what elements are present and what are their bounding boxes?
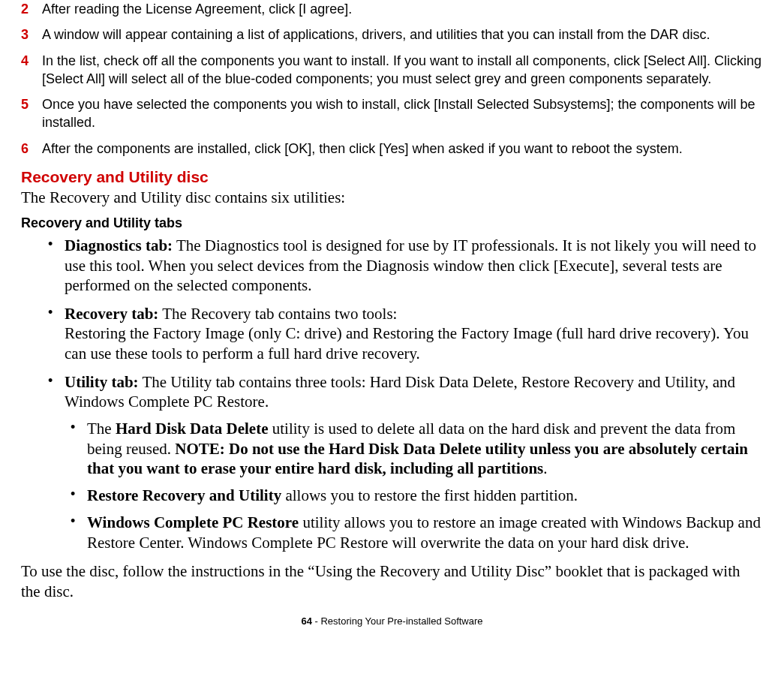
page-number: 64 xyxy=(301,615,311,627)
sub1-pre: The xyxy=(87,420,116,438)
numbered-step: 2 After reading the License Agreement, c… xyxy=(21,0,763,18)
sub2-text: allows you to restore the first hidden p… xyxy=(281,486,578,504)
utility-sublist: The Hard Disk Data Delete utility is use… xyxy=(65,419,763,552)
numbered-step: 3 A window will appear containing a list… xyxy=(21,26,763,44)
footer-title: - Restoring Your Pre-installed Software xyxy=(312,615,483,627)
page-footer: 64 - Restoring Your Pre-installed Softwa… xyxy=(21,615,763,634)
step-number: 4 xyxy=(21,52,42,89)
step-number: 6 xyxy=(21,140,42,158)
sub1-bold1: Hard Disk Data Delete xyxy=(116,420,269,438)
tabs-heading: Recovery and Utility tabs xyxy=(21,215,763,231)
step-text: After the components are installed, clic… xyxy=(42,140,763,158)
sub2-bold: Restore Recovery and Utility xyxy=(87,486,281,504)
closing-paragraph: To use the disc, follow the instructions… xyxy=(21,561,763,603)
step-text: Once you have selected the components yo… xyxy=(42,95,763,132)
recovery-label: Recovery tab: xyxy=(65,305,158,323)
step-number: 2 xyxy=(21,0,42,18)
step-text: A window will appear containing a list o… xyxy=(42,26,763,44)
step-number: 5 xyxy=(21,95,42,132)
sub1-bold2: NOTE: Do not use the Hard Disk Data Dele… xyxy=(87,440,748,477)
numbered-step: 4 In the list, check off all the compone… xyxy=(21,52,763,89)
list-item-utility: Utility tab: The Utility tab contains th… xyxy=(65,372,763,552)
diagnostics-label: Diagnostics tab: xyxy=(65,236,173,254)
recovery-text-1: The Recovery tab contains two tools: xyxy=(158,305,397,323)
step-text: After reading the License Agreement, cli… xyxy=(42,0,763,18)
numbered-step: 6 After the components are installed, cl… xyxy=(21,140,763,158)
section-heading-recovery: Recovery and Utility disc xyxy=(21,168,763,186)
step-text: In the list, check off all the component… xyxy=(42,52,763,89)
sub1-post: . xyxy=(543,459,547,477)
sublist-item-hdd-delete: The Hard Disk Data Delete utility is use… xyxy=(87,419,763,478)
utility-text: The Utility tab contains three tools: Ha… xyxy=(65,373,735,411)
step-number: 3 xyxy=(21,26,42,44)
sublist-item-restore-recovery: Restore Recovery and Utility allows you … xyxy=(87,486,763,505)
tabs-list: Diagnostics tab: The Diagnostics tool is… xyxy=(21,236,763,552)
sublist-item-windows-restore: Windows Complete PC Restore utility allo… xyxy=(87,513,763,552)
numbered-step: 5 Once you have selected the components … xyxy=(21,95,763,132)
sub3-bold: Windows Complete PC Restore xyxy=(87,513,299,531)
recovery-text-2: Restoring the Factory Image (only C: dri… xyxy=(65,324,749,362)
list-item-recovery: Recovery tab: The Recovery tab contains … xyxy=(65,304,763,363)
utility-label: Utility tab: xyxy=(65,373,139,391)
recovery-intro-text: The Recovery and Utility disc contains s… xyxy=(21,188,763,208)
list-item-diagnostics: Diagnostics tab: The Diagnostics tool is… xyxy=(65,236,763,295)
